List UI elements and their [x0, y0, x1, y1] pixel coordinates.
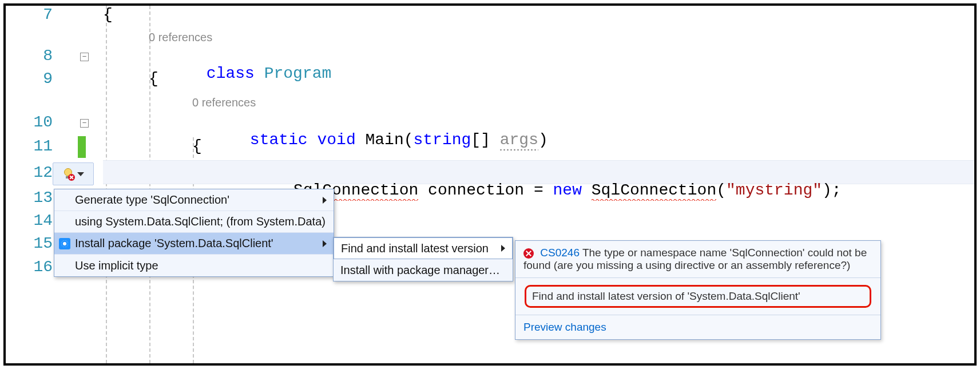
code-text: class [207, 65, 255, 82]
line-number: 13 [33, 189, 53, 207]
error-description: CS0246 The type or namespace name 'SqlCo… [515, 241, 880, 278]
line-number: 12 [33, 164, 53, 181]
menu-item-label: using System.Data.SqlClient; (from Syste… [75, 215, 326, 228]
menu-item-label: Use implicit type [75, 259, 158, 272]
line-number: 14 [33, 212, 53, 229]
chevron-right-icon [501, 245, 505, 252]
menu-item-label: Generate type 'SqlConnection' [75, 193, 229, 207]
error-code: CS0246 [540, 247, 580, 259]
menu-item-label: Install with package manager… [340, 264, 500, 277]
change-indicator [78, 136, 86, 158]
quick-actions-menu: Generate type 'SqlConnection' using Syst… [54, 189, 334, 277]
indent-guide [106, 6, 107, 363]
line-number: 9 [43, 70, 53, 88]
menu-item-implicit-type[interactable]: Use implicit type [54, 255, 334, 276]
menu-item-add-using[interactable]: using System.Data.SqlClient; (from Syste… [54, 211, 334, 233]
line-number: 11 [33, 137, 53, 155]
fold-toggle-icon[interactable]: − [80, 119, 89, 128]
fold-toggle-icon[interactable]: − [80, 53, 89, 61]
chevron-down-icon [77, 172, 84, 176]
menu-item-generate-type[interactable]: Generate type 'SqlConnection' [54, 189, 334, 211]
line-number: 16 [33, 258, 53, 276]
line-number: 8 [43, 47, 53, 65]
preview-action-title-highlight: Find and install latest version of 'Syst… [525, 285, 871, 308]
line-number: 10 [33, 113, 53, 131]
line-number: 7 [43, 6, 53, 23]
code-text: Program [264, 65, 332, 82]
package-icon [59, 238, 70, 249]
error-icon [523, 248, 534, 259]
lightbulb-error-icon [62, 168, 74, 180]
preview-action-title: Find and install latest version of 'Syst… [532, 290, 800, 302]
code-text: { [192, 137, 202, 155]
code-lens[interactable]: 0 references [149, 31, 212, 44]
quick-action-preview-panel: CS0246 The type or namespace name 'SqlCo… [515, 240, 881, 340]
code-text: { [149, 70, 158, 88]
preview-title-section: Find and install latest version of 'Syst… [515, 278, 880, 315]
code-editor[interactable]: 7 8 9 10 11 12 13 14 15 16 − − { 0 refer… [6, 6, 974, 363]
chevron-right-icon [323, 240, 327, 247]
preview-changes-link[interactable]: Preview changes [523, 321, 606, 333]
gutter: 7 8 9 10 11 12 13 14 15 16 [6, 6, 57, 363]
error-token[interactable]: SqlConnection [592, 181, 716, 201]
preview-changes-section: Preview changes [515, 315, 880, 339]
chevron-right-icon [323, 197, 327, 204]
menu-item-label: Install package 'System.Data.SqlClient' [75, 237, 273, 250]
quick-actions-button[interactable] [53, 162, 94, 185]
code-lens[interactable]: 0 references [192, 96, 256, 109]
submenu-item-package-manager[interactable]: Install with package manager… [334, 259, 513, 281]
line-number: 15 [33, 235, 53, 252]
menu-item-install-package[interactable]: Install package 'System.Data.SqlClient' [54, 233, 334, 255]
install-package-submenu: Find and install latest version Install … [333, 237, 513, 281]
submenu-item-find-install-latest[interactable]: Find and install latest version [334, 237, 513, 259]
code-text: { [103, 6, 113, 23]
menu-item-label: Find and install latest version [341, 242, 489, 255]
